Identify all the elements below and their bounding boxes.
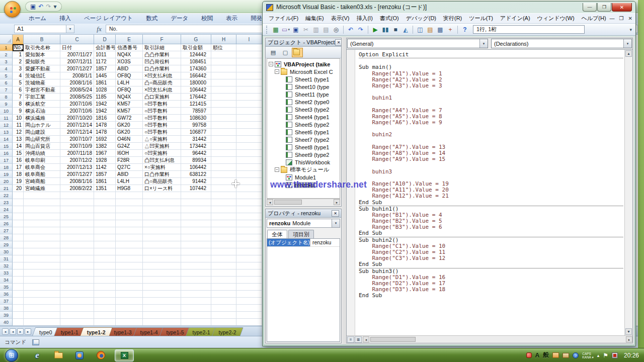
find-icon[interactable]: ◎ (332, 25, 341, 34)
cell-C33[interactable] (60, 269, 94, 277)
cell-A13[interactable]: 12 (13, 129, 24, 136)
cell-H3[interactable] (211, 58, 236, 65)
menu-表示(V)[interactable]: 表示(V) (328, 14, 353, 23)
cell-C17[interactable]: 2007/12/2 (60, 157, 94, 164)
row-header-9[interactable]: 9 (0, 101, 13, 108)
tree-item-ThisWorkbook[interactable]: ThisWorkbook (269, 158, 340, 166)
cell-A19[interactable]: 18 (13, 171, 24, 178)
action-center-flag-icon[interactable]: ⚑ (603, 352, 608, 359)
cell-D36[interactable] (94, 291, 116, 298)
cell-E21[interactable]: H9G8 (116, 185, 143, 192)
row-header-17[interactable]: 17 (0, 157, 13, 164)
cell-F13[interactable]: ○凹手数料 (143, 129, 181, 136)
cell-A21[interactable]: 20 (13, 185, 24, 192)
cell-G20[interactable]: 91442 (181, 178, 211, 185)
cell-F9[interactable]: ○凹手数料 (143, 101, 181, 108)
sheet-tab-type1-5[interactable]: type1-5 (161, 327, 190, 336)
cell-C19[interactable]: 2007/12/27 (60, 171, 94, 178)
view-code-icon[interactable]: ▤ (268, 48, 279, 57)
name-box[interactable]: A1 (14, 25, 66, 33)
cell-E16[interactable]: I6OH (116, 150, 143, 157)
cell-H29[interactable] (211, 241, 236, 248)
cell-G14[interactable]: 31442 (181, 136, 211, 143)
insert-function-button[interactable]: fx (93, 25, 106, 33)
cell-I1[interactable] (236, 44, 262, 51)
row-header-3[interactable]: 3 (0, 58, 13, 65)
cell-B21[interactable]: 宮崎繊維 (24, 185, 60, 192)
cell-I7[interactable] (236, 86, 262, 94)
save-icon[interactable]: ▣ (291, 25, 300, 34)
cell-H37[interactable] (211, 298, 236, 305)
cell-G11[interactable]: 108630 (181, 115, 211, 122)
cell-A22[interactable] (13, 192, 24, 199)
cut-icon[interactable]: ✂ (301, 25, 310, 34)
cell-E20[interactable]: L4LH (116, 178, 143, 185)
cell-C25[interactable] (60, 213, 94, 220)
cell-B5[interactable]: 茨城信託 (24, 72, 60, 79)
cell-C28[interactable] (60, 234, 94, 241)
cell-G33[interactable] (181, 269, 211, 277)
cell-I34[interactable] (236, 277, 262, 284)
cell-B20[interactable]: 宮崎商船 (24, 178, 60, 185)
cell-A28[interactable] (13, 234, 24, 241)
ribbon-tab-表示[interactable]: 表示 (219, 13, 244, 24)
cell-E33[interactable] (116, 269, 143, 277)
sheet-tab-type2-1[interactable]: type2-1 (187, 327, 216, 336)
scroll-up-icon[interactable]: ▲ (625, 50, 632, 57)
cell-G19[interactable]: 638122 (181, 171, 211, 178)
tree-root-vbaproject[interactable]: −VBAProject (taike (269, 60, 340, 68)
menu-実行(R)[interactable]: 実行(R) (440, 14, 465, 23)
cell-H14[interactable] (211, 136, 236, 143)
cell-G16[interactable]: 96442 (181, 150, 211, 157)
ime-tools-icon[interactable] (552, 352, 559, 358)
cell-C1[interactable]: 日付 (60, 44, 94, 51)
cell-C4[interactable]: 2007/12/27 (60, 65, 94, 72)
view-object-icon[interactable]: ▢ (280, 48, 291, 57)
cell-C38[interactable] (60, 305, 94, 312)
cell-F24[interactable] (143, 206, 181, 213)
cell-E13[interactable]: GK20 (116, 129, 143, 136)
row-header-34[interactable]: 34 (0, 277, 13, 284)
close-project-panel-button[interactable]: ✕ (335, 39, 341, 46)
cell-A40[interactable] (13, 319, 24, 326)
cell-G17[interactable]: 89934 (181, 157, 211, 164)
cell-B1[interactable]: 取引先名称 (24, 44, 60, 51)
properties-window-icon[interactable]: ▤ (426, 25, 435, 34)
tree-item-Sheet3 (type2[interactable]: Sheet3 (type2 (269, 106, 340, 113)
first-sheet-button[interactable]: ◂ (2, 328, 9, 335)
row-header-23[interactable]: 23 (0, 199, 13, 206)
cell-E24[interactable] (116, 206, 143, 213)
cell-A37[interactable] (13, 298, 24, 305)
cell-F23[interactable] (143, 199, 181, 206)
macro-record-icon[interactable] (32, 339, 39, 345)
cell-H32[interactable] (211, 262, 236, 269)
cell-H5[interactable] (211, 72, 236, 79)
ribbon-tab-数式[interactable]: 数式 (139, 13, 164, 24)
cell-D21[interactable]: 1351 (94, 185, 116, 192)
cell-D34[interactable] (94, 277, 116, 284)
help-icon[interactable]: ? (460, 25, 469, 34)
row-header-31[interactable]: 31 (0, 255, 13, 262)
cell-C24[interactable] (60, 206, 94, 213)
cell-E9[interactable]: KM57 (116, 101, 143, 108)
cell-H36[interactable] (211, 291, 236, 298)
cell-D3[interactable]: 1172 (94, 58, 116, 65)
row-header-4[interactable]: 4 (0, 65, 13, 72)
undo-icon[interactable]: ↶ (346, 25, 355, 34)
collapse-toggle-icon[interactable]: − (275, 69, 279, 74)
row-header-22[interactable]: 22 (0, 192, 13, 199)
undo-icon[interactable]: ↶ (38, 4, 43, 10)
show-hidden-icons-button[interactable]: ▴ (597, 353, 600, 358)
save-icon[interactable]: ▣ (30, 4, 36, 10)
cell-A4[interactable]: 3 (13, 65, 24, 72)
cell-I28[interactable] (236, 234, 262, 241)
cell-F27[interactable] (143, 227, 181, 234)
cell-C15[interactable]: 2007/10/9 (60, 143, 94, 150)
minimize-button[interactable]: — (583, 3, 597, 12)
cell-B7[interactable]: 宇都宮不動産 (24, 86, 60, 94)
cell-D5[interactable]: 1445 (94, 72, 116, 79)
cell-A36[interactable] (13, 291, 24, 298)
row-header-5[interactable]: 5 (0, 72, 13, 79)
cell-E22[interactable] (116, 192, 143, 199)
cell-D20[interactable]: 1861 (94, 178, 116, 185)
